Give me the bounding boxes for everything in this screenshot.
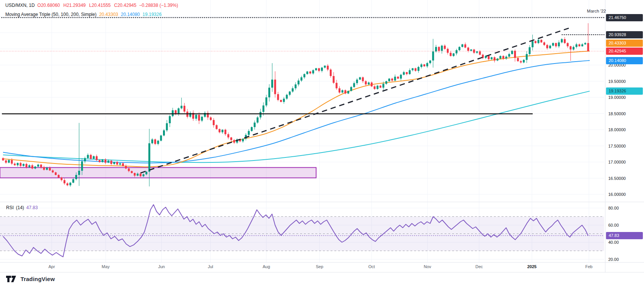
candle-body[interactable] <box>470 49 472 51</box>
candle-body[interactable] <box>309 72 311 73</box>
candle-body[interactable] <box>441 46 443 51</box>
candle-body[interactable] <box>385 81 387 84</box>
ma-line-sma100[interactable] <box>3 60 590 163</box>
candle-body[interactable] <box>365 81 367 85</box>
candle-body[interactable] <box>78 171 80 175</box>
candle-body[interactable] <box>280 100 282 102</box>
candle-body[interactable] <box>500 56 502 59</box>
candle-body[interactable] <box>371 83 373 86</box>
candle-body[interactable] <box>201 117 203 121</box>
candle-body[interactable] <box>450 53 452 56</box>
candle-body[interactable] <box>315 68 317 70</box>
candle-body[interactable] <box>119 163 121 164</box>
candle-body[interactable] <box>517 58 519 61</box>
candle-body[interactable] <box>90 155 92 159</box>
candle-body[interactable] <box>63 180 65 184</box>
candle-body[interactable] <box>432 51 434 60</box>
candle-body[interactable] <box>333 76 335 83</box>
candle-body[interactable] <box>508 54 510 57</box>
candle-body[interactable] <box>380 86 381 87</box>
candle-body[interactable] <box>28 165 30 167</box>
candle-body[interactable] <box>505 57 507 59</box>
candle-body[interactable] <box>286 95 288 99</box>
candle-body[interactable] <box>532 41 533 47</box>
candle-body[interactable] <box>274 79 276 94</box>
candle-body[interactable] <box>172 110 174 116</box>
candle-body[interactable] <box>549 46 551 48</box>
candle-body[interactable] <box>587 43 589 51</box>
candle-body[interactable] <box>543 43 545 45</box>
ma-line-sma200[interactable] <box>3 91 590 163</box>
candle-body[interactable] <box>567 43 569 46</box>
candle-body[interactable] <box>46 168 48 170</box>
candle-body[interactable] <box>426 63 428 67</box>
candle-body[interactable] <box>400 75 402 79</box>
candle-body[interactable] <box>342 90 343 92</box>
candle-body[interactable] <box>564 39 566 43</box>
candle-body[interactable] <box>259 112 261 117</box>
candle-body[interactable] <box>373 86 375 89</box>
ma-line-sma50[interactable] <box>3 51 590 167</box>
candle-body[interactable] <box>292 88 294 92</box>
candle-body[interactable] <box>406 72 408 74</box>
candle-body[interactable] <box>514 51 516 58</box>
candle-body[interactable] <box>576 44 578 47</box>
candle-body[interactable] <box>93 156 95 159</box>
candle-body[interactable] <box>195 115 197 119</box>
candle-body[interactable] <box>178 108 180 114</box>
candle-body[interactable] <box>34 167 36 168</box>
candle-body[interactable] <box>362 77 364 81</box>
candle-body[interactable] <box>14 164 16 165</box>
candle-body[interactable] <box>546 45 548 48</box>
candle-body[interactable] <box>254 122 256 127</box>
candle-body[interactable] <box>233 140 235 143</box>
candle-body[interactable] <box>17 163 19 165</box>
candle-body[interactable] <box>216 125 218 129</box>
candle-body[interactable] <box>418 67 419 71</box>
candle-body[interactable] <box>96 156 98 160</box>
candle-body[interactable] <box>84 158 86 162</box>
candle-body[interactable] <box>263 105 264 112</box>
candle-body[interactable] <box>464 44 466 48</box>
candle-body[interactable] <box>101 159 103 162</box>
candle-body[interactable] <box>104 159 106 163</box>
time-axis[interactable]: AprMayJunJulAugSepOctNovDec2025Feb <box>0 262 605 272</box>
indicator-title[interactable]: Moving Average Triple (50, 100, 200, Sim… <box>5 12 97 17</box>
candle-body[interactable] <box>110 161 112 164</box>
candle-body[interactable] <box>163 130 165 136</box>
candle-body[interactable] <box>570 46 571 50</box>
candle-body[interactable] <box>75 175 77 179</box>
candle-body[interactable] <box>99 160 101 162</box>
candle-body[interactable] <box>423 64 425 66</box>
candle-body[interactable] <box>324 66 326 68</box>
candle-body[interactable] <box>561 39 563 43</box>
candle-body[interactable] <box>473 49 475 53</box>
candle-body[interactable] <box>494 57 495 61</box>
candle-body[interactable] <box>339 88 340 92</box>
candle-body[interactable] <box>535 41 536 43</box>
candle-body[interactable] <box>198 115 200 121</box>
price-axis[interactable]: 20.0000019.5000019.0000018.5000018.00000… <box>605 0 644 272</box>
candle-body[interactable] <box>225 130 226 134</box>
candle-body[interactable] <box>573 47 574 49</box>
candle-body[interactable] <box>421 64 422 67</box>
candle-body[interactable] <box>61 178 63 180</box>
candle-body[interactable] <box>116 162 118 165</box>
candle-body[interactable] <box>55 172 57 175</box>
candle-body[interactable] <box>151 140 153 143</box>
candle-body[interactable] <box>49 168 51 170</box>
candle-body[interactable] <box>476 51 478 52</box>
candle-body[interactable] <box>353 83 355 87</box>
candle-body[interactable] <box>335 83 337 88</box>
candle-body[interactable] <box>146 172 147 175</box>
chart-canvas[interactable] <box>0 0 644 286</box>
candle-body[interactable] <box>368 83 370 84</box>
candle-body[interactable] <box>306 72 308 74</box>
candle-body[interactable] <box>330 70 332 76</box>
candle-body[interactable] <box>277 94 279 100</box>
candle-body[interactable] <box>11 160 13 164</box>
candle-body[interactable] <box>108 161 109 163</box>
candle-body[interactable] <box>166 123 168 130</box>
candle-body[interactable] <box>131 171 133 173</box>
candle-body[interactable] <box>66 183 68 185</box>
